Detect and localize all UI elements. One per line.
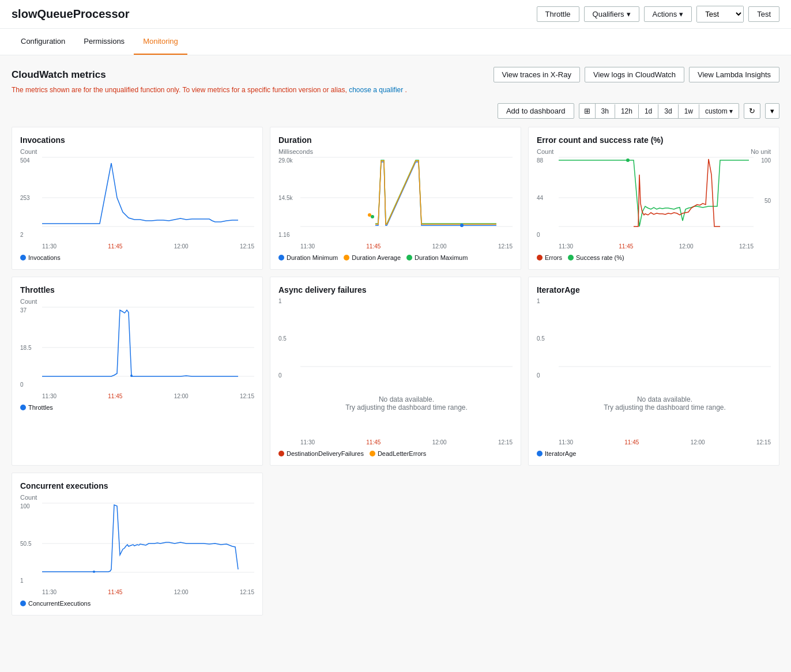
qualifiers-button[interactable]: Qualifiers ▾ [584, 6, 639, 22]
top-actions: Throttle Qualifiers ▾ Actions ▾ Test Tes… [537, 6, 779, 22]
error-count-legend: Errors Success rate (%) [537, 254, 771, 261]
async-failures-svg [300, 298, 513, 367]
throttles-card: Throttles Count 37 18.5 0 11:30 [12, 277, 263, 466]
time-3d-button[interactable]: 3d [658, 104, 678, 118]
invocations-title: Invocations [20, 135, 254, 145]
async-failures-title: Async delivery failures [278, 285, 513, 295]
legend-dot-invocations [20, 255, 26, 261]
async-y-axis: 1 0.5 0 [278, 298, 300, 379]
legend-invocations: Invocations [20, 254, 61, 261]
time-range-group: ⊞ 3h 12h 1d 3d 1w custom ▾ [579, 103, 739, 119]
throttles-unit: Count [20, 298, 254, 305]
add-to-dashboard-button[interactable]: Add to dashboard [498, 103, 574, 119]
invocations-unit: Count [20, 148, 254, 155]
concurrent-executions-unit: Count [20, 494, 254, 501]
legend-dot-success-rate [568, 255, 574, 261]
svg-point-22 [93, 571, 95, 573]
time-12h-button[interactable]: 12h [615, 104, 639, 118]
legend-concurrent-executions: ConcurrentExecutions [20, 600, 91, 607]
error-count-card: Error count and success rate (%) Count N… [528, 127, 779, 270]
refresh-icon: ↻ [749, 107, 755, 115]
duration-y-axis: 29.0k 14.5k 1.16 [278, 157, 300, 238]
refresh-button[interactable]: ↻ [744, 103, 760, 119]
error-count-header: Error count and success rate (%) [537, 135, 771, 148]
duration-card: Duration Milliseconds 29.0k 14.5k 1.16 [270, 127, 521, 270]
refresh-options-button[interactable]: ▾ [765, 103, 779, 119]
throttles-title: Throttles [20, 285, 254, 295]
tab-monitoring[interactable]: Monitoring [134, 29, 187, 55]
time-3h-button[interactable]: 3h [596, 104, 615, 118]
legend-duration-min: Duration Minimum [278, 254, 338, 261]
duration-svg [300, 157, 513, 238]
tab-permissions[interactable]: Permissions [74, 29, 134, 55]
svg-point-7 [371, 215, 374, 218]
error-count-chart: 88 44 0 100 50 [537, 157, 771, 250]
view-insights-button[interactable]: View Lambda Insights [689, 67, 779, 82]
legend-iterator-age: IteratorAge [537, 450, 576, 457]
async-no-data: No data available. Try adjusting the das… [300, 369, 513, 438]
time-1d-button[interactable]: 1d [639, 104, 658, 118]
iterator-age-title: IteratorAge [537, 285, 771, 295]
view-logs-button[interactable]: View logs in CloudWatch [585, 67, 684, 82]
iterator-age-card: IteratorAge 1 0.5 0 No data available. T… [528, 277, 779, 466]
chevron-down-icon: ▾ [627, 10, 631, 18]
qualifier-link[interactable]: choose a qualifier [349, 86, 403, 94]
concurrent-executions-title: Concurrent executions [20, 481, 254, 490]
error-y-axis-right: 100 50 [754, 157, 771, 238]
actions-button[interactable]: Actions ▾ [644, 6, 692, 22]
legend-destination-failures: DestinationDeliveryFailures [278, 450, 364, 457]
duration-chart: 29.0k 14.5k 1.16 [278, 157, 513, 250]
throttles-legend: Throttles [20, 404, 254, 411]
time-custom-button[interactable]: custom ▾ [699, 104, 739, 118]
empty-slot-1 [270, 473, 521, 616]
concurrent-executions-legend: ConcurrentExecutions [20, 600, 254, 607]
metrics-grid-top: Invocations Count 504 253 2 11:30 11: [12, 127, 779, 270]
tab-configuration[interactable]: Configuration [12, 29, 74, 55]
view-traces-button[interactable]: View traces in X-Ray [494, 67, 580, 82]
error-count-x-axis: 11:30 11:45 12:00 12:15 [559, 243, 754, 250]
invocations-chart: 504 253 2 11:30 11:45 12:00 12:15 [20, 157, 254, 250]
legend-errors: Errors [537, 254, 562, 261]
metrics-grid-bottom: Concurrent executions Count 100 50.5 1 [12, 473, 779, 616]
concurrent-y-axis: 100 50.5 1 [20, 503, 42, 584]
main-content: CloudWatch metrics View traces in X-Ray … [0, 55, 791, 627]
throttle-button[interactable]: Throttle [537, 6, 579, 22]
async-failures-legend: DestinationDeliveryFailures DeadLetterEr… [278, 450, 513, 457]
top-bar: slowQueueProcessor Throttle Qualifiers ▾… [0, 0, 791, 29]
legend-dot-iterator-age [537, 451, 543, 456]
invocations-x-axis: 11:30 11:45 12:00 12:15 [42, 243, 254, 250]
throttles-chart: 37 18.5 0 11:30 11:45 12:00 12:15 [20, 307, 254, 399]
error-y-axis-left: 88 44 0 [537, 157, 559, 238]
iterator-age-legend: IteratorAge [537, 450, 771, 457]
concurrent-executions-svg [42, 503, 254, 584]
throttles-x-axis: 11:30 11:45 12:00 12:15 [42, 393, 254, 399]
svg-point-16 [130, 375, 133, 377]
legend-duration-max: Duration Maximum [406, 254, 468, 261]
concurrent-x-axis: 11:30 11:45 12:00 12:15 [42, 589, 254, 595]
throttles-svg [42, 307, 254, 388]
cloudwatch-title: CloudWatch metrics [12, 69, 106, 81]
concurrent-executions-chart: 100 50.5 1 11:30 11:45 12:00 12:15 [20, 503, 254, 595]
error-count-svg [559, 157, 754, 238]
duration-unit: Milliseconds [278, 148, 513, 155]
test-select[interactable]: Test [697, 6, 743, 22]
metrics-grid-mid: Throttles Count 37 18.5 0 11:30 [12, 277, 779, 466]
grid-icon: ⊞ [579, 104, 596, 118]
duration-legend: Duration Minimum Duration Average Durati… [278, 254, 513, 261]
cloudwatch-header: CloudWatch metrics View traces in X-Ray … [12, 67, 779, 82]
invocations-card: Invocations Count 504 253 2 11:30 11: [12, 127, 263, 270]
legend-success-rate: Success rate (%) [568, 254, 624, 261]
legend-dot-throttles [20, 405, 26, 410]
legend-dot-destination-failures [278, 451, 284, 456]
chevron-down-icon: ▾ [770, 107, 774, 115]
svg-point-6 [368, 213, 371, 217]
tabs-bar: Configuration Permissions Monitoring [0, 29, 791, 55]
duration-title: Duration [278, 135, 513, 145]
time-1w-button[interactable]: 1w [679, 104, 699, 118]
iterator-x-axis: 11:30 11:45 12:00 12:15 [559, 439, 771, 446]
legend-dot-concurrent-executions [20, 601, 26, 606]
test-button[interactable]: Test [748, 6, 779, 22]
invocations-svg [42, 157, 254, 238]
legend-duration-avg: Duration Average [344, 254, 401, 261]
iterator-y-axis: 1 0.5 0 [537, 298, 559, 379]
